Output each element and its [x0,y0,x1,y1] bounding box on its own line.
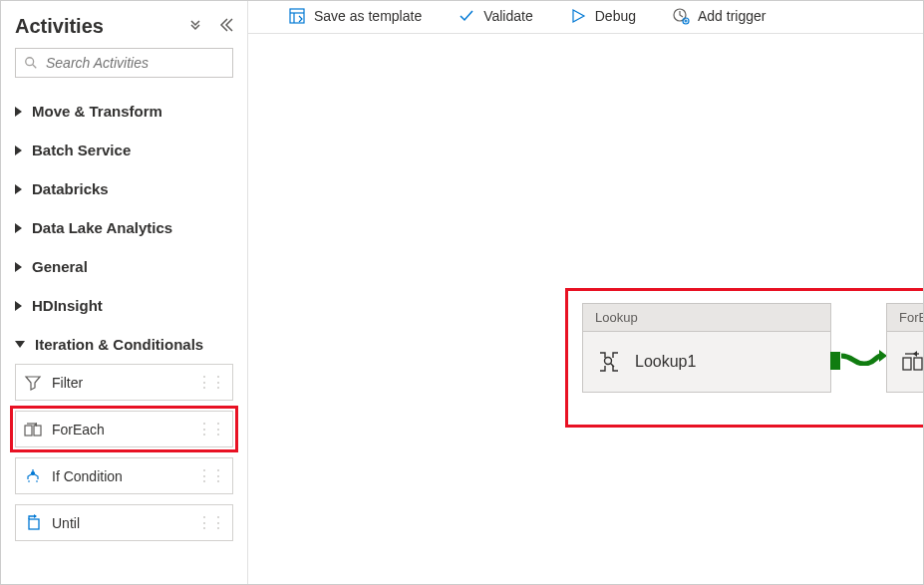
if-condition-icon [24,467,42,485]
play-icon [569,7,587,25]
debug-button[interactable]: Debug [569,7,636,25]
svg-rect-7 [290,9,304,23]
main-area: Save as template Validate Debug Add trig… [248,1,923,584]
add-trigger-button[interactable]: Add trigger [672,7,766,25]
svg-line-1 [33,65,37,69]
expand-all-icon[interactable] [187,17,203,36]
save-template-icon [288,7,306,25]
search-input[interactable] [46,55,224,71]
connector-arrow [841,346,887,366]
check-icon [458,7,475,25]
sidebar-header: Activities [15,15,233,38]
node-header: Lookup [583,304,830,332]
svg-rect-2 [25,426,32,436]
activity-label: If Condition [52,468,196,484]
filter-icon [24,374,42,392]
node-lookup[interactable]: Lookup Lookup1 [582,303,831,393]
activity-filter[interactable]: Filter ⋮⋮ [15,364,233,401]
category-iteration[interactable]: Iteration & Conditionals [15,325,233,364]
search-activities-box[interactable] [15,48,233,78]
drag-handle-icon: ⋮⋮ [196,513,224,532]
search-icon [24,56,38,70]
activity-until[interactable]: Until ⋮⋮ [15,504,233,541]
category-databricks[interactable]: Databricks [15,169,233,208]
until-icon [24,514,42,532]
svg-point-5 [32,471,35,474]
toolbar: Save as template Validate Debug Add trig… [248,1,923,34]
activity-foreach[interactable]: ForEach ⋮⋮ [15,411,233,447]
category-general[interactable]: General [15,247,233,286]
category-move-transform[interactable]: Move & Transform [15,92,233,131]
svg-rect-17 [914,358,922,370]
drag-handle-icon: ⋮⋮ [196,420,224,439]
node-foreach[interactable]: ForEach ForEach1 [886,303,924,393]
activities-panel: Activities Move & Transform Batch Servic… [1,1,248,584]
validate-button[interactable]: Validate [458,7,533,25]
activity-if-condition[interactable]: If Condition ⋮⋮ [15,457,233,494]
output-port[interactable] [830,352,840,370]
foreach-icon [901,350,924,374]
activity-label: ForEach [52,422,196,438]
activity-label: Filter [52,375,196,391]
collapse-panel-icon[interactable] [217,17,233,36]
activities-title: Activities [15,15,104,38]
node-header: ForEach [887,304,924,332]
drag-handle-icon: ⋮⋮ [196,466,224,485]
pipeline-canvas[interactable]: Lookup Lookup1 ForEach ForEach1 [248,34,923,584]
node-name: Lookup1 [635,353,696,371]
save-as-template-button[interactable]: Save as template [288,7,422,25]
category-hdinsight[interactable]: HDInsight [15,286,233,325]
drag-handle-icon: ⋮⋮ [196,373,224,392]
foreach-icon [24,421,42,439]
activity-label: Until [52,515,196,531]
category-data-lake[interactable]: Data Lake Analytics [15,208,233,247]
trigger-icon [672,7,690,25]
lookup-icon [597,350,621,374]
svg-rect-16 [903,358,911,370]
svg-point-0 [26,58,34,66]
svg-rect-6 [29,519,39,529]
category-batch-service[interactable]: Batch Service [15,131,233,169]
svg-line-15 [611,364,615,368]
svg-point-14 [605,358,612,365]
svg-rect-3 [34,426,41,436]
